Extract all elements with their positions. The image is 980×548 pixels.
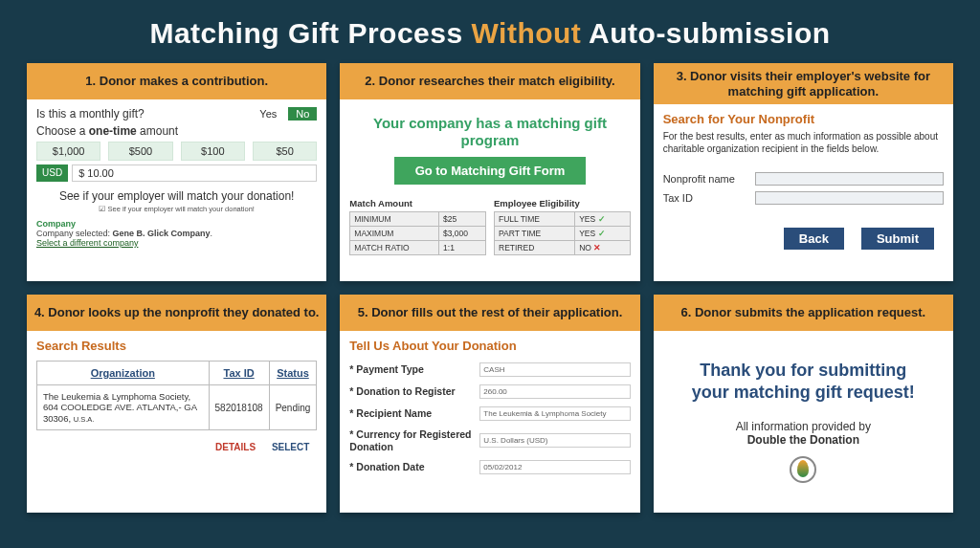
col-organization[interactable]: Organization — [37, 362, 210, 385]
employer-match-sub: ☑ See if your employer will match your d… — [36, 205, 317, 213]
submit-button[interactable]: Submit — [861, 228, 934, 250]
amount-options: $1,000 $500 $100 $50 — [36, 142, 317, 161]
card-heading: 3. Donor visits their employer's website… — [654, 63, 953, 104]
go-to-form-button[interactable]: Go to Matching Gift Form — [394, 157, 586, 185]
search-instructions: For the best results, enter as much info… — [663, 130, 944, 155]
card-body: Thank you for submitting your matching g… — [654, 331, 953, 513]
recipient-name-label: * Recipient Name — [349, 407, 474, 420]
card-body: Search for Your Nonprofit For the best r… — [654, 104, 953, 281]
results-table: Organization Tax ID Status The Leukemia … — [36, 361, 317, 430]
payment-type-label: * Payment Type — [349, 363, 474, 376]
amount-100[interactable]: $100 — [181, 142, 245, 161]
match-amount-table: MINIMUM$25 MAXIMUM$3,000 MATCH RATIO1:1 — [349, 211, 486, 255]
currency-input[interactable]: U.S. Dollars (USD) — [479, 433, 630, 448]
tax-id-input[interactable] — [755, 191, 944, 205]
card-step-2: 2. Donor researches their match eligibil… — [340, 63, 639, 281]
card-heading: 5. Donor fills out the rest of their app… — [340, 295, 639, 331]
employer-match-prompt: See if your employer will match your don… — [36, 187, 317, 205]
back-button[interactable]: Back — [784, 228, 844, 250]
card-body: Search Results Organization Tax ID Statu… — [27, 331, 326, 513]
title-highlight: Without — [472, 17, 582, 49]
attribution: All information provided by Double the D… — [663, 420, 944, 447]
page-title: Matching Gift Process Without Auto-submi… — [0, 0, 980, 63]
search-results-heading: Search Results — [36, 339, 317, 353]
donation-date-label: * Donation Date — [349, 461, 474, 473]
choose-amount-label: Choose a one-time amount — [36, 124, 317, 138]
donation-register-label: * Donation to Register — [349, 385, 474, 398]
card-body: Tell Us About Your Donation * Payment Ty… — [340, 331, 639, 513]
amount-1000[interactable]: $1,000 — [36, 142, 100, 161]
logo-wrap — [663, 456, 944, 485]
currency-label: * Currency for Registered Donation — [349, 428, 474, 452]
thank-you-msg: Thank you for submitting your matching g… — [680, 360, 926, 403]
eligibility-heading: Employee Eligibility — [494, 198, 631, 208]
title-pre: Matching Gift Process — [149, 17, 462, 49]
no-option-selected[interactable]: No — [288, 107, 317, 121]
card-heading: 1. Donor makes a contribution. — [27, 63, 326, 99]
yes-option[interactable]: Yes — [259, 108, 277, 120]
company-selected: Company selected: Gene B. Glick Company. — [36, 229, 317, 238]
card-body: Is this a monthly gift? Yes No Choose a … — [27, 99, 326, 281]
col-status[interactable]: Status — [269, 362, 317, 385]
donation-date-input[interactable]: 05/02/2012 — [479, 460, 630, 474]
card-heading: 6. Donor submits the application request… — [654, 295, 953, 331]
recipient-name-input[interactable]: The Leukemia & Lymphoma Society — [479, 406, 630, 421]
select-different-company-link[interactable]: Select a different company — [36, 238, 317, 248]
matching-program-msg: Your company has a matching gift program — [349, 115, 630, 149]
card-step-4: 4. Donor looks up the nonprofit they don… — [27, 295, 326, 513]
col-tax-id[interactable]: Tax ID — [209, 362, 269, 385]
card-grid: 1. Donor makes a contribution. Is this a… — [0, 63, 980, 513]
nonprofit-name-label: Nonprofit name — [663, 173, 749, 185]
company-label: Company — [36, 219, 317, 229]
amount-50[interactable]: $50 — [253, 142, 317, 161]
currency-badge: USD — [36, 164, 68, 182]
details-link[interactable]: DETAILS — [215, 442, 256, 452]
card-step-3: 3. Donor visits their employer's website… — [654, 63, 953, 281]
row-actions: DETAILS SELECT — [36, 436, 317, 458]
nonprofit-name-input[interactable] — [755, 172, 944, 186]
double-the-donation-logo-icon — [790, 456, 816, 483]
card-heading: 2. Donor researches their match eligibil… — [340, 63, 639, 99]
monthly-gift-question: Is this a monthly gift? — [36, 107, 145, 121]
card-step-6: 6. Donor submits the application request… — [654, 295, 953, 513]
card-body: Your company has a matching gift program… — [340, 99, 639, 281]
card-step-5: 5. Donor fills out the rest of their app… — [340, 295, 639, 513]
payment-type-input[interactable]: CASH — [479, 362, 630, 377]
select-link[interactable]: SELECT — [272, 442, 309, 452]
amount-500[interactable]: $500 — [108, 142, 172, 161]
donation-details-heading: Tell Us About Your Donation — [349, 339, 630, 353]
card-heading: 4. Donor looks up the nonprofit they don… — [27, 295, 326, 331]
search-nonprofit-heading: Search for Your Nonprofit — [663, 112, 944, 126]
title-post: Auto-submission — [589, 17, 831, 49]
eligibility-table: FULL TIMEYES ✓ PART TIMEYES ✓ RETIREDNO … — [494, 211, 631, 255]
tax-id-label: Tax ID — [663, 192, 749, 204]
custom-amount-input[interactable]: $ 10.00 — [72, 164, 317, 182]
donation-register-input[interactable]: 260.00 — [479, 384, 630, 399]
match-amount-heading: Match Amount — [349, 198, 486, 208]
table-row: The Leukemia & Lymphoma Society, 604 COO… — [37, 385, 317, 430]
card-step-1: 1. Donor makes a contribution. Is this a… — [27, 63, 326, 281]
